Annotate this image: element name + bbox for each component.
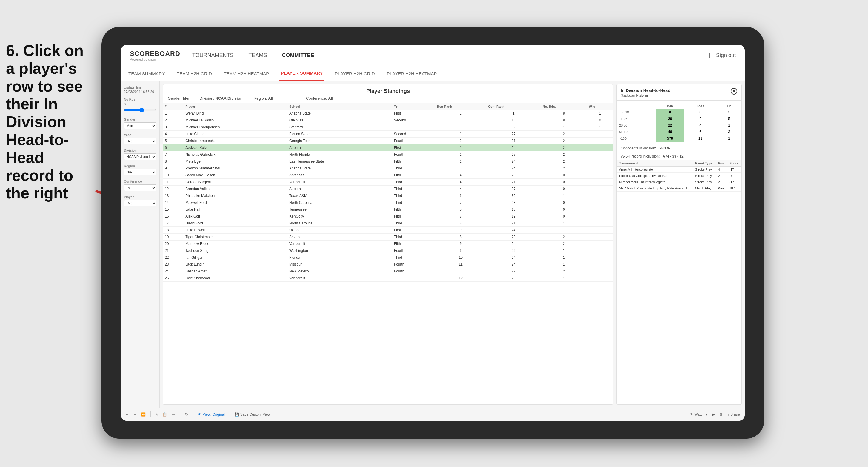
toolbar-sep-1: [150, 411, 151, 417]
col-yr: Yr: [392, 103, 435, 110]
gender-section: Gender Men Women: [124, 118, 156, 129]
cell-yr: Fifth: [392, 241, 435, 247]
h2h-range: Top 10: [617, 109, 656, 116]
h2h-win: 8: [656, 109, 684, 116]
cell-player: Phichakn Maichon: [184, 192, 287, 199]
table-row[interactable]: 10 Jacob Max Olesen Arkansas Fifth 4 25 …: [163, 172, 613, 179]
cell-reg: 9: [435, 227, 486, 234]
table-row[interactable]: 19 Tiger Christensen Arizona Third 8 23 …: [163, 234, 613, 241]
tourn-col-name: Tournament: [617, 160, 693, 166]
cell-player: Luke Claton: [184, 131, 287, 137]
table-row[interactable]: 16 Alex Goff Kentucky Fifth 8 19 0: [163, 213, 613, 220]
table-row[interactable]: 5 Christo Lamprecht Georgia Tech Fourth …: [163, 137, 613, 145]
table-row[interactable]: 23 Jack Lundin Missouri Fourth 11 24 1: [163, 261, 613, 268]
cell-rank: 7: [163, 151, 184, 158]
cell-rds: 2: [541, 137, 587, 145]
h2h-win: 578: [656, 135, 684, 142]
tournament-row: Fallon Oak Collegiate Invitational Strok…: [617, 173, 741, 179]
cell-rank: 8: [163, 158, 184, 165]
h2h-col-range: [617, 103, 656, 109]
nav-teams[interactable]: TEAMS: [249, 52, 267, 59]
cell-yr: [392, 124, 435, 131]
table-row[interactable]: 13 Phichakn Maichon Texas A&M Third 6 30…: [163, 192, 613, 199]
cell-win: [587, 179, 613, 186]
table-row[interactable]: 2 Michael La Sasso Ole Miss Second 1 10 …: [163, 117, 613, 124]
no-rds-slider[interactable]: [124, 108, 156, 113]
cell-school: Missouri: [287, 261, 392, 268]
grid-button[interactable]: ⊞: [720, 412, 723, 416]
table-row[interactable]: 24 Bastian Amat New Mexico Fourth 1 27 2: [163, 268, 613, 275]
cell-conf: 27: [486, 186, 541, 192]
table-row[interactable]: 20 Matthew Riedel Vanderbilt Fifth 9 24 …: [163, 241, 613, 247]
table-row[interactable]: 4 Luke Claton Florida State Second 1 27 …: [163, 131, 613, 137]
h2h-col-tie: Tie: [717, 103, 741, 109]
undo-button[interactable]: ↩: [126, 412, 129, 416]
sub-nav-team-summary[interactable]: TEAM SUMMARY: [127, 66, 166, 81]
cell-rank: 9: [163, 165, 184, 172]
cell-rds: 1: [541, 192, 587, 199]
table-row[interactable]: 9 Preston Summerhays Arizona State Third…: [163, 165, 613, 172]
cell-conf: 19: [486, 213, 541, 220]
sign-out-button[interactable]: Sign out: [716, 52, 736, 59]
h2h-row: >100 578 11 1: [617, 135, 741, 142]
sub-nav-player-h2h-heatmap[interactable]: PLAYER H2H HEATMAP: [385, 66, 438, 81]
cell-yr: Fourth: [392, 137, 435, 145]
refresh-button[interactable]: ↻: [185, 412, 188, 416]
table-row[interactable]: 1 Wenyi Ding Arizona State First 1 1 8 1: [163, 110, 613, 117]
h2h-win: 46: [656, 129, 684, 135]
h2h-close-button[interactable]: ✕: [731, 88, 737, 95]
gender-select[interactable]: Men Women: [124, 122, 156, 129]
cell-school: Stanford: [287, 124, 392, 131]
player-select[interactable]: (All): [124, 200, 156, 207]
conference-select[interactable]: (All): [124, 184, 156, 191]
table-row[interactable]: 18 Luke Powell UCLA First 9 24 1: [163, 227, 613, 234]
table-row[interactable]: 11 Gordon Sargent Vanderbilt Third 4 21 …: [163, 179, 613, 186]
nav-committee[interactable]: COMMITTEE: [282, 52, 314, 59]
redo-button[interactable]: ↪: [133, 412, 136, 416]
no-rds-label: No Rds.: [124, 98, 156, 101]
table-row[interactable]: 15 Jake Hall Tennessee Fifth 5 18 0: [163, 206, 613, 213]
copy-button[interactable]: ⎘: [156, 412, 158, 416]
table-row[interactable]: 14 Maxwell Ford North Carolina Third 7 2…: [163, 199, 613, 206]
table-row[interactable]: 8 Mats Ege East Tennessee State Fifth 1 …: [163, 158, 613, 165]
table-row[interactable]: 7 Nicholas Gabrelcik North Florida Fourt…: [163, 151, 613, 158]
sub-nav-team-h2h-grid[interactable]: TEAM H2H GRID: [175, 66, 213, 81]
watch-button[interactable]: 👁 Watch ▾: [689, 412, 707, 416]
table-row[interactable]: 12 Brendan Valles Auburn Third 4 27 0: [163, 186, 613, 192]
cell-win: [587, 172, 613, 179]
cell-player: Brendan Valles: [184, 186, 287, 192]
standings-table-wrap: # Player School Yr Reg Rank Conf Rank No…: [163, 103, 613, 404]
paste-button[interactable]: 📋: [162, 412, 167, 416]
table-row[interactable]: 3 Michael Thorbjornsen Stanford 1 8 1 1: [163, 124, 613, 131]
more-button[interactable]: ⋯: [172, 412, 175, 416]
share-button[interactable]: ↑ Share: [727, 412, 740, 416]
cell-rank: 18: [163, 227, 184, 234]
cell-rds: 2: [541, 158, 587, 165]
table-row[interactable]: 6 Jackson Koivun Auburn First 1 24 2: [163, 145, 613, 151]
cell-conf: 24: [486, 254, 541, 261]
nav-tournaments[interactable]: TOURNAMENTS: [192, 52, 234, 59]
sub-nav-team-h2h-heatmap[interactable]: TEAM H2H HEATMAP: [222, 66, 271, 81]
nav-right: | Sign out: [709, 52, 736, 59]
forward-button[interactable]: ⏩: [141, 412, 146, 416]
save-custom-button[interactable]: 💾 Save Custom View: [235, 412, 271, 416]
cell-player: Tiger Christensen: [184, 234, 287, 241]
region-select[interactable]: N/A: [124, 169, 156, 176]
table-row[interactable]: 22 Ian Gilligan Florida Third 10 24 1: [163, 254, 613, 261]
cell-rank: 14: [163, 199, 184, 206]
cell-yr: First: [392, 227, 435, 234]
conference-section: Conference (All): [124, 180, 156, 191]
sub-nav-player-summary[interactable]: PLAYER SUMMARY: [279, 66, 324, 81]
year-select[interactable]: (All): [124, 138, 156, 145]
sub-nav-player-h2h-grid[interactable]: PLAYER H2H GRID: [333, 66, 376, 81]
cell-rank: 5: [163, 137, 184, 145]
division-select[interactable]: NCAA Division I: [124, 153, 156, 160]
table-row[interactable]: 17 David Ford North Carolina Third 8 21 …: [163, 220, 613, 227]
table-row[interactable]: 21 Taehoon Song Washington Fourth 6 26 1: [163, 247, 613, 254]
tourn-score: -7: [727, 173, 741, 179]
view-original-button[interactable]: 👁 View: Original: [198, 412, 225, 416]
col-conf-rank: Conf Rank: [486, 103, 541, 110]
table-row[interactable]: 25 Cole Sherwood Vanderbilt 12 23 1: [163, 275, 613, 282]
cell-reg: 12: [435, 275, 486, 282]
present-button[interactable]: ▶: [712, 412, 715, 416]
